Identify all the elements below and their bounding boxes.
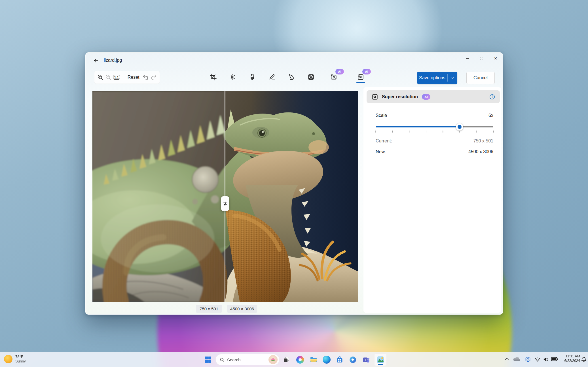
onedrive-tray-button[interactable]	[513, 356, 521, 362]
crop-tool-button[interactable]	[208, 71, 219, 83]
notifications-button[interactable]	[580, 355, 587, 364]
clock-date: 6/22/2024	[564, 359, 580, 363]
file-explorer-button[interactable]	[307, 353, 320, 366]
weather-condition: Sunny	[15, 359, 26, 364]
back-arrow-icon	[93, 57, 99, 64]
teams-button[interactable]: T	[360, 353, 372, 366]
new-size-label: New:	[376, 149, 386, 154]
close-button[interactable]: ✕	[488, 53, 503, 64]
cancel-button[interactable]: Cancel	[466, 72, 495, 84]
start-button[interactable]	[202, 353, 214, 366]
search-icon	[220, 357, 225, 362]
zoom-in-icon	[97, 74, 104, 81]
background-icon	[307, 73, 315, 81]
window-title: lizard.jpg	[104, 58, 122, 63]
filter-tool-button[interactable]	[247, 71, 258, 83]
edge-button[interactable]	[320, 353, 333, 366]
super-resolution-panel: Super resolution AI Scale 6x Current:	[363, 87, 501, 313]
task-view-button[interactable]	[280, 353, 293, 366]
save-options-dropdown[interactable]	[448, 76, 457, 80]
search-placeholder: Search	[227, 357, 266, 362]
info-icon[interactable]	[489, 94, 495, 100]
minimize-button[interactable]	[460, 53, 474, 64]
scale-slider[interactable]	[376, 124, 493, 130]
slider-ticks	[376, 131, 493, 133]
weather-temperature: 78°F	[15, 355, 26, 359]
back-button[interactable]	[91, 56, 101, 65]
active-app-indicator	[378, 364, 383, 365]
generative-erase-icon	[288, 73, 295, 81]
save-options-split-button[interactable]: Save options	[417, 72, 457, 84]
zoom-out-icon	[105, 74, 112, 81]
search-box[interactable]: Search	[215, 354, 280, 365]
chevron-down-icon	[451, 76, 454, 80]
before-size-badge: 750 x 501	[196, 305, 222, 313]
actual-size-button[interactable]: 1:1	[113, 73, 120, 82]
window-controls: ✕	[460, 53, 503, 64]
markup-pen-icon	[268, 73, 276, 81]
redo-button[interactable]	[150, 73, 157, 82]
super-resolution-icon	[357, 73, 364, 81]
lotus-flower-icon	[270, 356, 276, 363]
ai-badge: AI	[362, 69, 371, 74]
scale-label: Scale	[376, 113, 387, 118]
clock-time: 11:11 AM	[566, 354, 580, 359]
ai-badge: AI	[335, 69, 344, 74]
close-icon: ✕	[494, 56, 497, 60]
swap-arrows-icon	[223, 201, 228, 206]
wifi-tray-button[interactable]	[535, 357, 540, 362]
erase-tool-button[interactable]	[286, 71, 297, 83]
speaker-icon	[543, 357, 549, 362]
onedrive-cloud-icon	[513, 356, 521, 362]
reset-button[interactable]: Reset	[126, 75, 141, 80]
photos-app-window: lizard.jpg ✕ 1:1 Reset	[85, 52, 503, 315]
copilot-button[interactable]	[294, 353, 306, 366]
clock-widget[interactable]: 11:11 AM 6/22/2024	[564, 354, 580, 363]
sparkle-app-button[interactable]	[346, 353, 359, 366]
selected-tool-indicator	[356, 82, 365, 83]
svg-text:T: T	[364, 358, 366, 361]
photos-app-icon	[376, 355, 385, 364]
slider-thumb[interactable]	[456, 123, 463, 131]
taskbar: 78°F Sunny Search	[0, 352, 588, 367]
panel-header: Super resolution AI	[367, 90, 500, 103]
teams-icon: T	[362, 356, 370, 364]
store-button[interactable]	[333, 353, 346, 366]
wifi-icon	[535, 357, 540, 362]
comparison-swap-handle[interactable]	[221, 196, 229, 211]
slider-fill	[376, 126, 460, 127]
sparkle-app-icon	[349, 356, 357, 364]
super-resolution-tool-button[interactable]: AI	[355, 71, 366, 83]
markup-tool-button[interactable]	[266, 71, 278, 83]
battery-tray-button[interactable]	[551, 357, 558, 361]
current-size-label: Current:	[376, 138, 392, 144]
panel-title: Super resolution	[382, 94, 418, 99]
zoom-out-button[interactable]	[105, 73, 112, 82]
tray-chevron-button[interactable]	[505, 357, 509, 361]
view-controls-group: 1:1 Reset	[94, 71, 160, 84]
save-options-label: Save options	[417, 75, 447, 80]
edge-icon	[323, 356, 331, 364]
bell-icon	[581, 357, 587, 363]
chevron-up-icon	[505, 357, 509, 361]
adjust-tool-button[interactable]	[227, 71, 238, 83]
search-highlight-image[interactable]	[268, 355, 278, 364]
minimize-icon	[466, 58, 469, 59]
weather-widget[interactable]: 78°F Sunny	[3, 354, 26, 364]
photos-app-button[interactable]	[374, 353, 387, 366]
zoom-in-button[interactable]	[97, 73, 104, 82]
actual-size-icon: 1:1	[113, 75, 120, 80]
volume-tray-button[interactable]	[543, 357, 549, 362]
maximize-icon	[480, 57, 483, 60]
adjustment-icon	[229, 73, 236, 81]
crop-icon	[210, 73, 217, 81]
windows-logo-icon	[205, 357, 211, 363]
restyle-image-tool-button[interactable]: AI	[328, 71, 339, 83]
undo-button[interactable]	[142, 73, 149, 82]
maximize-button[interactable]	[474, 53, 488, 64]
ai-badge: AI	[422, 94, 430, 100]
background-tool-button[interactable]	[305, 71, 317, 83]
task-view-icon	[283, 356, 290, 363]
titlebar: lizard.jpg ✕	[86, 53, 503, 69]
security-tray-button[interactable]	[525, 357, 531, 362]
